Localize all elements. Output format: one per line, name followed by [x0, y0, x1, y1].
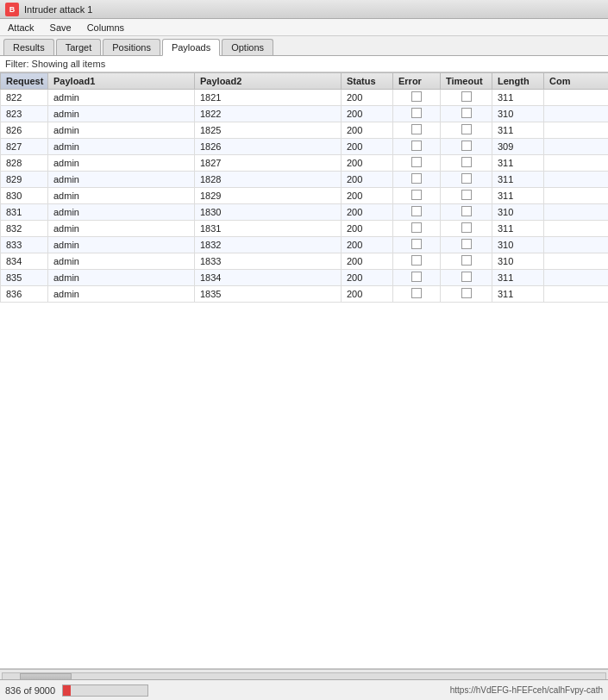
cell-timeout-checkbox[interactable]	[461, 124, 472, 134]
cell-request: 831	[1, 204, 48, 221]
cell-error[interactable]	[393, 188, 441, 204]
cell-timeout-checkbox[interactable]	[461, 190, 472, 200]
cell-error[interactable]	[393, 221, 441, 237]
cell-timeout-checkbox[interactable]	[461, 239, 472, 249]
cell-payload2: 1835	[195, 286, 342, 303]
cell-timeout[interactable]	[441, 106, 492, 122]
tab-target[interactable]: Target	[56, 39, 102, 55]
cell-length: 310	[492, 106, 544, 122]
cell-timeout[interactable]	[441, 253, 492, 270]
cell-timeout[interactable]	[441, 155, 492, 172]
cell-error[interactable]	[393, 106, 441, 122]
cell-error-checkbox[interactable]	[411, 272, 422, 282]
cell-timeout[interactable]	[441, 90, 492, 106]
menu-save[interactable]: Save	[47, 22, 74, 34]
cell-error-checkbox[interactable]	[411, 288, 422, 298]
table-row[interactable]: 833admin1832200310	[1, 237, 609, 253]
cell-timeout[interactable]	[441, 204, 492, 221]
cell-error-checkbox[interactable]	[411, 190, 422, 200]
table-row[interactable]: 827admin1826200309	[1, 139, 609, 155]
cell-error-checkbox[interactable]	[411, 91, 422, 102]
cell-error-checkbox[interactable]	[411, 239, 422, 249]
cell-status: 200	[342, 188, 393, 204]
cell-timeout[interactable]	[441, 122, 492, 139]
tab-payloads[interactable]: Payloads	[162, 39, 220, 56]
cell-length: 311	[492, 90, 544, 106]
menu-attack[interactable]: Attack	[5, 22, 37, 34]
cell-request: 826	[1, 122, 48, 139]
cell-error[interactable]	[393, 172, 441, 188]
cell-timeout[interactable]	[441, 270, 492, 286]
cell-error[interactable]	[393, 122, 441, 139]
cell-timeout-checkbox[interactable]	[461, 272, 472, 282]
col-header-request[interactable]: Request ▲	[1, 73, 48, 90]
cell-error-checkbox[interactable]	[411, 141, 422, 151]
cell-status: 200	[342, 155, 393, 172]
table-row[interactable]: 828admin1827200311	[1, 155, 609, 172]
cell-length: 309	[492, 139, 544, 155]
cell-request: 829	[1, 172, 48, 188]
cell-error[interactable]	[393, 253, 441, 270]
cell-error[interactable]	[393, 204, 441, 221]
tab-options[interactable]: Options	[222, 39, 273, 55]
col-header-comment[interactable]: Com	[544, 73, 609, 90]
col-header-status[interactable]: Status	[342, 73, 393, 90]
cell-comment	[544, 188, 609, 204]
cell-timeout-checkbox[interactable]	[461, 173, 472, 184]
cell-timeout[interactable]	[441, 237, 492, 253]
cell-payload2: 1825	[195, 122, 342, 139]
cell-error-checkbox[interactable]	[411, 206, 422, 216]
cell-timeout-checkbox[interactable]	[461, 108, 472, 118]
cell-status: 200	[342, 221, 393, 237]
table-row[interactable]: 823admin1822200310	[1, 106, 609, 122]
col-header-payload1[interactable]: Payload1	[48, 73, 195, 90]
cell-request: 827	[1, 139, 48, 155]
table-row[interactable]: 831admin1830200310	[1, 204, 609, 221]
cell-length: 311	[492, 188, 544, 204]
table-row[interactable]: 832admin1831200311	[1, 221, 609, 237]
cell-timeout-checkbox[interactable]	[461, 206, 472, 216]
cell-length: 310	[492, 204, 544, 221]
cell-status: 200	[342, 122, 393, 139]
menu-bar: Attack Save Columns	[0, 19, 608, 36]
cell-error-checkbox[interactable]	[411, 222, 422, 233]
cell-timeout-checkbox[interactable]	[461, 141, 472, 151]
table-row[interactable]: 822admin1821200311	[1, 90, 609, 106]
cell-timeout-checkbox[interactable]	[461, 91, 472, 102]
cell-timeout[interactable]	[441, 139, 492, 155]
cell-error[interactable]	[393, 139, 441, 155]
cell-error[interactable]	[393, 237, 441, 253]
col-header-timeout[interactable]: Timeout	[441, 73, 492, 90]
cell-error[interactable]	[393, 90, 441, 106]
cell-error[interactable]	[393, 155, 441, 172]
table-row[interactable]: 834admin1833200310	[1, 253, 609, 270]
col-header-error[interactable]: Error	[393, 73, 441, 90]
cell-timeout-checkbox[interactable]	[461, 222, 472, 233]
cell-error-checkbox[interactable]	[411, 255, 422, 266]
cell-status: 200	[342, 270, 393, 286]
title-bar: B Intruder attack 1	[0, 0, 608, 19]
cell-error[interactable]	[393, 286, 441, 303]
cell-error[interactable]	[393, 270, 441, 286]
table-row[interactable]: 826admin1825200311	[1, 122, 609, 139]
menu-columns[interactable]: Columns	[85, 22, 127, 34]
col-header-payload2[interactable]: Payload2	[195, 73, 342, 90]
cell-timeout[interactable]	[441, 188, 492, 204]
col-header-length[interactable]: Length	[492, 73, 544, 90]
cell-timeout[interactable]	[441, 286, 492, 303]
cell-timeout[interactable]	[441, 172, 492, 188]
cell-error-checkbox[interactable]	[411, 124, 422, 134]
tab-positions[interactable]: Positions	[103, 39, 160, 55]
cell-timeout-checkbox[interactable]	[461, 255, 472, 266]
table-row[interactable]: 835admin1834200311	[1, 270, 609, 286]
tab-results[interactable]: Results	[3, 39, 54, 55]
table-row[interactable]: 830admin1829200311	[1, 188, 609, 204]
table-row[interactable]: 829admin1828200311	[1, 172, 609, 188]
table-row[interactable]: 836admin1835200311	[1, 286, 609, 303]
cell-timeout-checkbox[interactable]	[461, 288, 472, 298]
cell-error-checkbox[interactable]	[411, 108, 422, 118]
cell-timeout-checkbox[interactable]	[461, 157, 472, 167]
cell-error-checkbox[interactable]	[411, 173, 422, 184]
cell-error-checkbox[interactable]	[411, 157, 422, 167]
cell-timeout[interactable]	[441, 221, 492, 237]
